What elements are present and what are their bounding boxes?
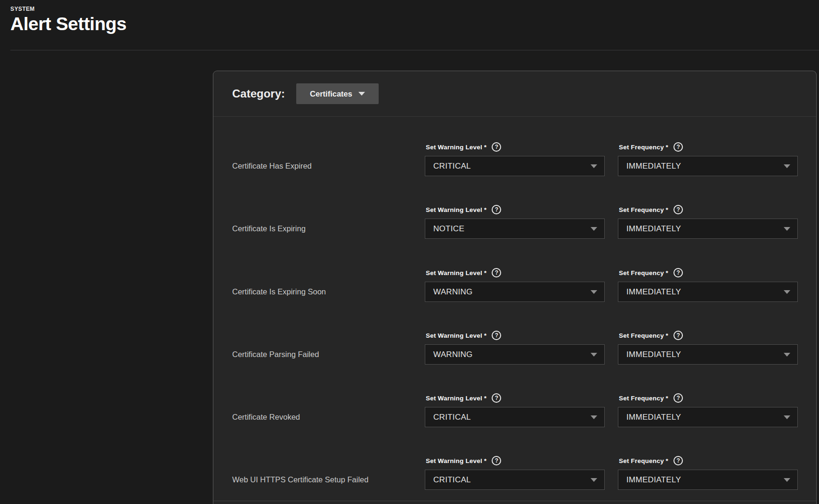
alert-row: Certificate Is Expiring Set Warning Leve…: [213, 195, 816, 239]
frequency-label: Set Frequency *: [619, 206, 668, 213]
caret-down-icon: [591, 164, 597, 168]
caret-down-icon: [591, 227, 597, 231]
caret-down-icon: [784, 290, 790, 294]
frequency-label: Set Frequency *: [619, 269, 668, 276]
section-divider: [213, 501, 816, 501]
warning-level-label: Set Warning Level *: [426, 332, 487, 339]
help-icon[interactable]: ?: [492, 268, 501, 277]
help-icon[interactable]: ?: [673, 456, 683, 465]
alert-name: Certificate Has Expired: [232, 161, 312, 171]
warning-level-label-row: Set Warning Level * ?: [426, 142, 501, 152]
frequency-label-row: Set Frequency * ?: [619, 455, 683, 466]
warning-level-value: CRITICAL: [433, 413, 591, 422]
warning-level-label-row: Set Warning Level * ?: [426, 455, 501, 466]
caret-down-icon: [784, 415, 790, 419]
header-divider: [10, 50, 819, 50]
frequency-value: IMMEDIATELY: [626, 475, 784, 485]
alert-row: Web UI HTTPS Certificate Setup Failed Se…: [213, 446, 816, 490]
alert-settings-card: Category: Certificates Certificate Has E…: [213, 71, 817, 504]
warning-level-label: Set Warning Level *: [426, 144, 487, 151]
warning-level-value: WARNING: [433, 287, 591, 297]
warning-level-select[interactable]: CRITICAL: [425, 470, 605, 490]
frequency-select[interactable]: IMMEDIATELY: [618, 219, 798, 239]
frequency-label: Set Frequency *: [619, 332, 668, 339]
warning-level-select[interactable]: WARNING: [425, 344, 605, 365]
page-header: SYSTEM Alert Settings: [10, 6, 127, 34]
caret-down-icon: [784, 353, 790, 357]
warning-level-label-row: Set Warning Level * ?: [426, 393, 501, 403]
help-icon[interactable]: ?: [492, 205, 501, 214]
frequency-label-row: Set Frequency * ?: [619, 393, 683, 403]
warning-level-label: Set Warning Level *: [426, 269, 487, 276]
frequency-select[interactable]: IMMEDIATELY: [618, 470, 798, 490]
alert-name: Certificate Parsing Failed: [232, 350, 319, 359]
frequency-label-row: Set Frequency * ?: [619, 268, 683, 278]
frequency-value: IMMEDIATELY: [626, 224, 784, 234]
warning-level-value: CRITICAL: [433, 475, 591, 485]
frequency-label: Set Frequency *: [619, 144, 668, 151]
breadcrumb-system: SYSTEM: [10, 6, 127, 12]
alert-row: Certificate Is Expiring Soon Set Warning…: [213, 258, 816, 302]
frequency-select[interactable]: IMMEDIATELY: [618, 282, 798, 302]
help-icon[interactable]: ?: [492, 393, 501, 403]
frequency-value: IMMEDIATELY: [626, 350, 784, 359]
warning-level-value: WARNING: [433, 350, 591, 359]
frequency-label-row: Set Frequency * ?: [619, 204, 683, 215]
caret-down-icon: [784, 164, 790, 168]
help-icon[interactable]: ?: [492, 331, 501, 340]
warning-level-label: Set Warning Level *: [426, 206, 487, 213]
help-icon[interactable]: ?: [673, 393, 683, 403]
caret-down-icon: [591, 290, 597, 294]
frequency-select[interactable]: IMMEDIATELY: [618, 344, 798, 365]
alert-name: Certificate Is Expiring: [232, 224, 306, 233]
page-title: Alert Settings: [10, 14, 127, 34]
caret-down-icon: [591, 478, 597, 482]
alert-name: Certificate Is Expiring Soon: [232, 287, 326, 296]
warning-level-select[interactable]: CRITICAL: [425, 407, 605, 427]
help-icon[interactable]: ?: [673, 205, 683, 214]
frequency-value: IMMEDIATELY: [626, 162, 784, 171]
frequency-label-row: Set Frequency * ?: [619, 142, 683, 152]
warning-level-label-row: Set Warning Level * ?: [426, 330, 501, 341]
alert-rows: Certificate Has Expired Set Warning Leve…: [213, 71, 816, 504]
warning-level-label-row: Set Warning Level * ?: [426, 204, 501, 215]
warning-level-select[interactable]: NOTICE: [425, 219, 605, 239]
warning-level-label-row: Set Warning Level * ?: [426, 268, 501, 278]
alert-name: Web UI HTTPS Certificate Setup Failed: [232, 475, 368, 484]
warning-level-select[interactable]: WARNING: [425, 282, 605, 302]
help-icon[interactable]: ?: [492, 142, 501, 152]
warning-level-select[interactable]: CRITICAL: [425, 156, 605, 176]
frequency-value: IMMEDIATELY: [626, 413, 784, 422]
help-icon[interactable]: ?: [673, 142, 683, 152]
alert-row: Certificate Has Expired Set Warning Leve…: [213, 132, 816, 176]
warning-level-value: CRITICAL: [433, 162, 591, 171]
alert-row: Certificate Revoked Set Warning Level * …: [213, 383, 816, 427]
frequency-select[interactable]: IMMEDIATELY: [618, 156, 798, 176]
help-icon[interactable]: ?: [673, 268, 683, 277]
warning-level-label: Set Warning Level *: [426, 457, 487, 464]
caret-down-icon: [591, 415, 597, 419]
frequency-value: IMMEDIATELY: [626, 287, 784, 297]
frequency-label-row: Set Frequency * ?: [619, 330, 683, 341]
warning-level-label: Set Warning Level *: [426, 395, 487, 402]
alert-name: Certificate Revoked: [232, 412, 300, 422]
help-icon[interactable]: ?: [492, 456, 501, 465]
frequency-label: Set Frequency *: [619, 395, 668, 402]
caret-down-icon: [784, 227, 790, 231]
warning-level-value: NOTICE: [433, 224, 591, 234]
caret-down-icon: [591, 353, 597, 357]
frequency-label: Set Frequency *: [619, 457, 668, 464]
alert-row: Certificate Parsing Failed Set Warning L…: [213, 320, 816, 365]
caret-down-icon: [784, 478, 790, 482]
frequency-select[interactable]: IMMEDIATELY: [618, 407, 798, 427]
help-icon[interactable]: ?: [673, 331, 683, 340]
